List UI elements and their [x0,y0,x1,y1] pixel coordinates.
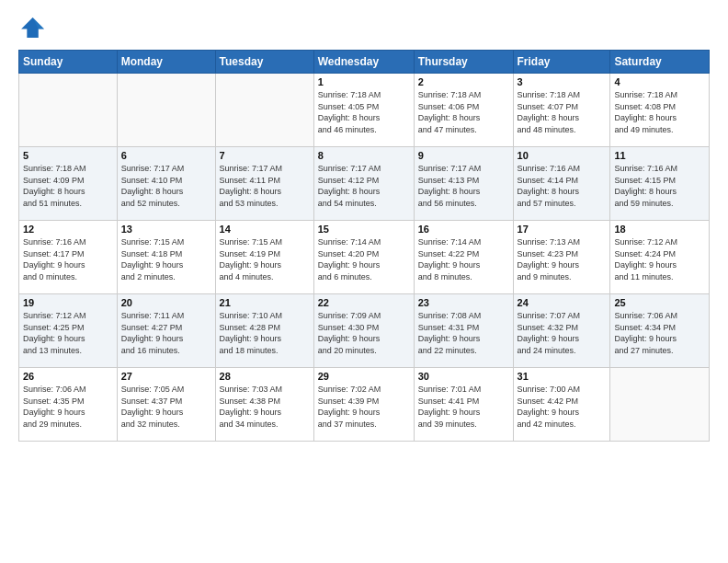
day-number: 6 [121,150,211,161]
day-number: 2 [418,76,509,87]
day-info: Sunrise: 7:10 AM Sunset: 4:28 PM Dayligh… [220,310,310,356]
calendar-cell: 30Sunrise: 7:01 AM Sunset: 4:41 PM Dayli… [414,368,513,442]
day-number: 1 [318,76,410,87]
calendar-week-0: 1Sunrise: 7:18 AM Sunset: 4:05 PM Daylig… [19,74,710,147]
day-info: Sunrise: 7:18 AM Sunset: 4:08 PM Dayligh… [614,89,705,135]
day-info: Sunrise: 7:11 AM Sunset: 4:27 PM Dayligh… [121,310,211,356]
calendar-cell: 13Sunrise: 7:15 AM Sunset: 4:18 PM Dayli… [117,221,215,294]
calendar-cell: 4Sunrise: 7:18 AM Sunset: 4:08 PM Daylig… [610,74,710,147]
calendar-cell: 27Sunrise: 7:05 AM Sunset: 4:37 PM Dayli… [117,368,215,442]
day-number: 27 [121,371,211,382]
day-info: Sunrise: 7:14 AM Sunset: 4:20 PM Dayligh… [318,236,410,282]
calendar-cell: 1Sunrise: 7:18 AM Sunset: 4:05 PM Daylig… [313,74,414,147]
day-info: Sunrise: 7:17 AM Sunset: 4:11 PM Dayligh… [220,163,310,209]
calendar-header-thursday: Thursday [414,51,513,74]
calendar-cell: 6Sunrise: 7:17 AM Sunset: 4:10 PM Daylig… [117,147,215,221]
calendar-week-1: 5Sunrise: 7:18 AM Sunset: 4:09 PM Daylig… [19,147,710,221]
day-info: Sunrise: 7:18 AM Sunset: 4:09 PM Dayligh… [23,163,113,209]
day-info: Sunrise: 7:08 AM Sunset: 4:31 PM Dayligh… [418,310,509,356]
day-number: 17 [518,224,607,235]
calendar-cell: 9Sunrise: 7:17 AM Sunset: 4:13 PM Daylig… [414,147,513,221]
day-number: 25 [614,297,705,308]
day-number: 26 [23,371,113,382]
day-info: Sunrise: 7:14 AM Sunset: 4:22 PM Dayligh… [418,236,509,282]
calendar-cell: 5Sunrise: 7:18 AM Sunset: 4:09 PM Daylig… [19,147,118,221]
logo-icon [18,15,44,40]
calendar-cell: 8Sunrise: 7:17 AM Sunset: 4:12 PM Daylig… [313,147,414,221]
calendar-cell: 2Sunrise: 7:18 AM Sunset: 4:06 PM Daylig… [414,74,513,147]
day-number: 10 [518,150,607,161]
day-number: 22 [318,297,410,308]
calendar-header-sunday: Sunday [19,51,118,74]
day-number: 5 [23,150,113,161]
calendar-table: SundayMondayTuesdayWednesdayThursdayFrid… [18,50,710,442]
day-info: Sunrise: 7:16 AM Sunset: 4:17 PM Dayligh… [23,236,113,282]
day-number: 28 [220,371,310,382]
day-number: 19 [23,297,113,308]
day-number: 24 [518,297,607,308]
day-info: Sunrise: 7:09 AM Sunset: 4:30 PM Dayligh… [318,310,410,356]
calendar-cell: 26Sunrise: 7:06 AM Sunset: 4:35 PM Dayli… [19,368,118,442]
day-number: 9 [418,150,509,161]
calendar-header-tuesday: Tuesday [215,51,313,74]
day-info: Sunrise: 7:18 AM Sunset: 4:06 PM Dayligh… [418,89,509,135]
day-info: Sunrise: 7:12 AM Sunset: 4:24 PM Dayligh… [614,236,705,282]
day-number: 21 [220,297,310,308]
day-number: 4 [614,76,705,87]
day-info: Sunrise: 7:02 AM Sunset: 4:39 PM Dayligh… [318,384,410,430]
calendar-header-row: SundayMondayTuesdayWednesdayThursdayFrid… [19,51,710,74]
calendar-cell: 29Sunrise: 7:02 AM Sunset: 4:39 PM Dayli… [313,368,414,442]
day-number: 18 [614,224,705,235]
day-number: 29 [318,371,410,382]
day-info: Sunrise: 7:00 AM Sunset: 4:42 PM Dayligh… [518,384,607,430]
day-number: 12 [23,224,113,235]
calendar-cell: 17Sunrise: 7:13 AM Sunset: 4:23 PM Dayli… [513,221,610,294]
day-info: Sunrise: 7:17 AM Sunset: 4:12 PM Dayligh… [318,163,410,209]
day-number: 8 [318,150,410,161]
day-info: Sunrise: 7:01 AM Sunset: 4:41 PM Dayligh… [418,384,509,430]
calendar-header-wednesday: Wednesday [313,51,414,74]
calendar-cell: 20Sunrise: 7:11 AM Sunset: 4:27 PM Dayli… [117,294,215,368]
day-number: 11 [614,150,705,161]
day-number: 14 [220,224,310,235]
calendar-cell [117,74,215,147]
day-info: Sunrise: 7:06 AM Sunset: 4:34 PM Dayligh… [614,310,705,356]
day-number: 20 [121,297,211,308]
calendar-cell: 3Sunrise: 7:18 AM Sunset: 4:07 PM Daylig… [513,74,610,147]
day-number: 15 [318,224,410,235]
day-number: 23 [418,297,509,308]
calendar-cell: 18Sunrise: 7:12 AM Sunset: 4:24 PM Dayli… [610,221,710,294]
calendar-cell: 11Sunrise: 7:16 AM Sunset: 4:15 PM Dayli… [610,147,710,221]
calendar-week-4: 26Sunrise: 7:06 AM Sunset: 4:35 PM Dayli… [19,368,710,442]
calendar-cell [215,74,313,147]
calendar-cell: 10Sunrise: 7:16 AM Sunset: 4:14 PM Dayli… [513,147,610,221]
day-number: 16 [418,224,509,235]
day-info: Sunrise: 7:13 AM Sunset: 4:23 PM Dayligh… [518,236,607,282]
calendar-header-monday: Monday [117,51,215,74]
calendar-cell: 19Sunrise: 7:12 AM Sunset: 4:25 PM Dayli… [19,294,118,368]
day-info: Sunrise: 7:17 AM Sunset: 4:13 PM Dayligh… [418,163,509,209]
header [18,15,710,40]
day-number: 30 [418,371,509,382]
day-info: Sunrise: 7:05 AM Sunset: 4:37 PM Dayligh… [121,384,211,430]
calendar-cell: 28Sunrise: 7:03 AM Sunset: 4:38 PM Dayli… [215,368,313,442]
calendar-cell: 12Sunrise: 7:16 AM Sunset: 4:17 PM Dayli… [19,221,118,294]
calendar-cell: 31Sunrise: 7:00 AM Sunset: 4:42 PM Dayli… [513,368,610,442]
logo [18,15,48,40]
day-info: Sunrise: 7:18 AM Sunset: 4:05 PM Dayligh… [318,89,410,135]
calendar-cell: 21Sunrise: 7:10 AM Sunset: 4:28 PM Dayli… [215,294,313,368]
day-info: Sunrise: 7:16 AM Sunset: 4:14 PM Dayligh… [518,163,607,209]
day-info: Sunrise: 7:06 AM Sunset: 4:35 PM Dayligh… [23,384,113,430]
day-info: Sunrise: 7:16 AM Sunset: 4:15 PM Dayligh… [614,163,705,209]
day-number: 13 [121,224,211,235]
day-info: Sunrise: 7:03 AM Sunset: 4:38 PM Dayligh… [220,384,310,430]
calendar-cell [610,368,710,442]
day-info: Sunrise: 7:12 AM Sunset: 4:25 PM Dayligh… [23,310,113,356]
calendar-cell: 16Sunrise: 7:14 AM Sunset: 4:22 PM Dayli… [414,221,513,294]
calendar-week-3: 19Sunrise: 7:12 AM Sunset: 4:25 PM Dayli… [19,294,710,368]
calendar-cell: 22Sunrise: 7:09 AM Sunset: 4:30 PM Dayli… [313,294,414,368]
day-number: 7 [220,150,310,161]
day-info: Sunrise: 7:15 AM Sunset: 4:19 PM Dayligh… [220,236,310,282]
day-number: 3 [518,76,607,87]
calendar-cell: 23Sunrise: 7:08 AM Sunset: 4:31 PM Dayli… [414,294,513,368]
